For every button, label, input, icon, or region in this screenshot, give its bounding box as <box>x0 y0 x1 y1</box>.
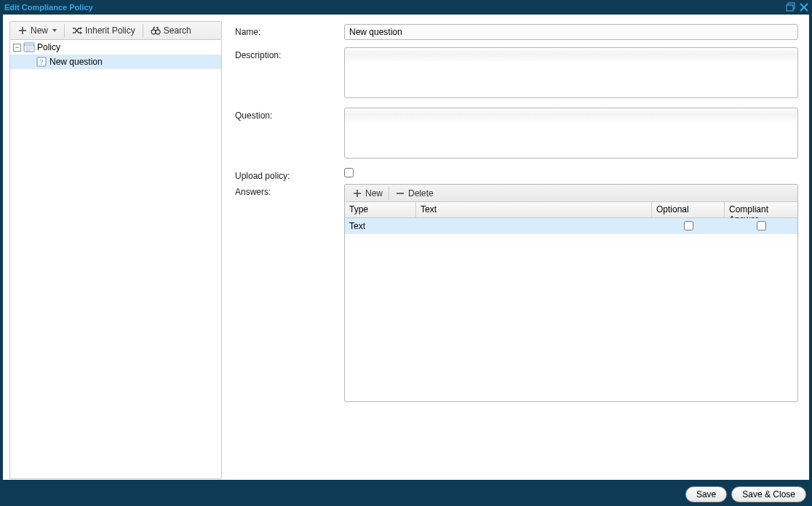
answers-header-row: Type Text Optional Compliant Answer <box>345 202 797 218</box>
collapse-icon[interactable]: − <box>13 44 21 52</box>
tree-spacer <box>25 58 33 66</box>
answers-delete-label: Delete <box>408 188 434 198</box>
answers-toolbar: New Delete <box>345 185 797 202</box>
svg-text:?: ? <box>40 58 44 66</box>
name-input[interactable] <box>344 24 798 40</box>
answers-label: Answers: <box>235 184 344 197</box>
cell-optional <box>652 218 725 233</box>
description-label: Description: <box>235 47 344 60</box>
cell-compliant <box>725 218 797 233</box>
row-answers: Answers: New Delete <box>235 184 798 402</box>
col-header-text[interactable]: Text <box>416 202 652 217</box>
row-question: Question: <box>235 108 798 161</box>
row-name: Name: <box>235 24 798 40</box>
plus-icon <box>352 188 362 198</box>
inherit-button-label: Inherit Policy <box>85 25 135 36</box>
svg-rect-1 <box>787 5 793 11</box>
search-button[interactable]: Search <box>146 24 196 37</box>
toolbar-separator <box>389 187 389 200</box>
dialog-window: Edit Compliance Policy New Inh <box>0 0 812 506</box>
question-label: Question: <box>235 108 344 121</box>
tree-root-label: Policy <box>37 42 60 52</box>
name-label: Name: <box>235 24 344 37</box>
cell-type: Text <box>345 218 416 233</box>
col-header-optional[interactable]: Optional <box>652 202 725 217</box>
titlebar: Edit Compliance Policy <box>0 0 812 15</box>
new-button-label: New <box>31 25 48 36</box>
restore-icon[interactable] <box>786 2 796 12</box>
answers-new-label: New <box>365 188 383 198</box>
question-icon: ? <box>36 57 47 67</box>
save-button[interactable]: Save <box>685 486 727 502</box>
footer: Save Save & Close <box>0 483 812 506</box>
row-upload: Upload policy: <box>235 168 798 181</box>
new-button[interactable]: New <box>13 24 61 37</box>
content-area: New Inherit Policy Search <box>4 15 808 479</box>
close-icon[interactable] <box>799 2 809 12</box>
answers-body: Text <box>345 218 797 401</box>
save-close-button[interactable]: Save & Close <box>731 486 806 502</box>
chevron-down-icon <box>52 29 57 32</box>
policy-icon <box>23 42 35 52</box>
optional-checkbox[interactable] <box>684 221 693 230</box>
tree-item-label: New question <box>49 57 103 67</box>
answer-row[interactable]: Text <box>345 218 797 234</box>
answers-delete-button[interactable]: Delete <box>391 187 438 200</box>
binoculars-icon <box>151 25 161 36</box>
svg-point-6 <box>151 30 156 34</box>
sidebar: New Inherit Policy Search <box>4 15 222 479</box>
sidebar-toolbar: New Inherit Policy Search <box>9 21 222 40</box>
cell-text <box>416 218 652 233</box>
row-description: Description: <box>235 47 798 100</box>
col-header-type[interactable]: Type <box>345 202 416 217</box>
window-title: Edit Compliance Policy <box>3 3 783 12</box>
col-header-compliant[interactable]: Compliant Answer <box>725 202 797 217</box>
plus-icon <box>17 25 28 36</box>
search-button-label: Search <box>164 25 191 36</box>
minus-icon <box>395 188 405 198</box>
dialog-body: New Inherit Policy Search <box>3 15 809 480</box>
form-panel: Name: Description: Question: <box>222 15 808 479</box>
upload-checkbox[interactable] <box>344 168 354 177</box>
tree-item-new-question[interactable]: ? New question <box>10 55 221 69</box>
answers-new-button[interactable]: New <box>348 187 387 200</box>
answers-grid: New Delete Type Text <box>344 184 798 402</box>
description-input[interactable] <box>344 47 798 98</box>
shuffle-icon <box>72 25 82 36</box>
inherit-policy-button[interactable]: Inherit Policy <box>68 24 140 37</box>
compliant-checkbox[interactable] <box>757 221 766 230</box>
upload-label: Upload policy: <box>235 168 344 181</box>
question-input[interactable] <box>344 108 798 158</box>
policy-tree: − Policy ? New question <box>9 40 222 479</box>
toolbar-separator <box>64 24 65 37</box>
svg-point-7 <box>156 30 160 34</box>
tree-root-policy[interactable]: − Policy <box>10 40 221 55</box>
toolbar-separator <box>143 24 143 37</box>
